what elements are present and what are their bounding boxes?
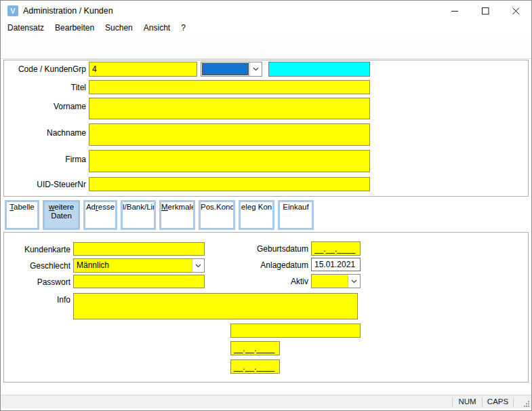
minimize-button[interactable] (440, 1, 470, 21)
app-window: V Administration / Kunden Datensatz Bear… (0, 0, 532, 411)
aktiv-combo-value (312, 275, 348, 288)
firma-input[interactable] (89, 150, 370, 172)
kundengrp-combo-dropdown-button[interactable] (249, 62, 262, 76)
svg-text:V: V (10, 7, 16, 15)
statusbar: NUM CAPS (1, 395, 531, 408)
statusbar-separator (513, 397, 514, 407)
tab-label-part: eitere (54, 203, 74, 211)
tab-beleg-kond[interactable]: eleg Kon (239, 200, 274, 230)
tab-label: Tabelle (7, 203, 37, 212)
menu-datensatz[interactable]: Datensatz (2, 21, 49, 35)
kundengrp-name-field[interactable] (268, 62, 370, 77)
menu-suchen[interactable]: Suchen (100, 21, 138, 35)
vorname-label: Vorname (2, 102, 86, 111)
tab-merkmale[interactable]: Merkmale (159, 200, 195, 230)
tab-label-part: abelle (14, 203, 35, 211)
titlebar: V Administration / Kunden (1, 1, 531, 21)
aktiv-combo[interactable] (311, 274, 361, 288)
chevron-down-icon (195, 264, 201, 268)
tab-label-part: l/Bank/Lin (123, 203, 156, 211)
aktiv-label: Aktiv (224, 277, 308, 286)
tab-label-part: erkmale (168, 203, 195, 211)
tab-adresse[interactable]: Adresse (83, 200, 117, 230)
tab-weitere-daten[interactable]: weitere Daten (43, 200, 80, 230)
vorname-input[interactable] (89, 98, 370, 119)
uid-steuernr-label: UID-SteuerNr (2, 180, 86, 189)
geschlecht-combo-value: Männlich (74, 259, 192, 272)
kundenkarte-input[interactable] (73, 242, 205, 256)
tab-label: l/Bank/Lin (123, 203, 154, 212)
maximize-icon (482, 7, 489, 15)
tab-pos-kond[interactable]: Pos.Kond (199, 200, 235, 230)
tab-label: Einkauf (280, 203, 312, 212)
date-field-2-input[interactable] (230, 359, 280, 374)
geschlecht-label: Geschlecht (2, 261, 70, 271)
tab-einkauf[interactable]: Einkauf (278, 200, 314, 230)
anlagedatum-label: Anlagedatum (224, 260, 308, 270)
kundenkarte-label: Kundenkarte (2, 245, 70, 254)
close-icon (512, 7, 520, 15)
window-title: Administration / Kunden (23, 1, 113, 21)
nachname-input[interactable] (89, 123, 370, 146)
tab-label-line2: Daten (45, 212, 78, 220)
firma-label: Firma (2, 155, 86, 164)
code-kundengrp-label: Code / KundenGrp (2, 64, 86, 74)
resize-grip[interactable] (523, 400, 530, 407)
menubar: Datensatz Bearbeiten Suchen Ansicht ? (1, 21, 531, 35)
minimize-icon (451, 7, 459, 15)
tab-label-part: Pos.Kond (201, 203, 234, 211)
titel-input[interactable] (89, 80, 370, 94)
geburtsdatum-label: Geburtsdatum (224, 244, 308, 254)
tab-label: Merkmale (161, 203, 193, 212)
code-input[interactable] (89, 62, 197, 77)
tab-label-part: Einkauf (283, 203, 308, 211)
toolbar: KundenListe (1, 35, 531, 59)
tab-label-part: eleg Kon (241, 203, 272, 211)
tab-tel-bank-links[interactable]: l/Bank/Lin (121, 200, 156, 230)
caps-lock-indicator: CAPS (483, 397, 513, 406)
tab-label-accel: M (161, 203, 168, 211)
menu-help[interactable]: ? (176, 21, 191, 35)
info-label: Info (2, 295, 70, 305)
tab-label: weitere (45, 203, 78, 212)
aktiv-combo-dropdown-button[interactable] (348, 275, 360, 288)
tab-tabelle[interactable]: Tabelle (5, 200, 39, 230)
tab-label-part: esse (98, 203, 115, 211)
tab-label: Pos.Kond (201, 203, 233, 212)
menu-bearbeiten[interactable]: Bearbeiten (49, 21, 100, 35)
nachname-label: Nachname (2, 128, 86, 138)
chevron-down-icon (253, 67, 259, 71)
passwort-label: Passwort (2, 277, 70, 287)
chevron-down-icon (351, 279, 357, 283)
maximize-button[interactable] (470, 1, 501, 21)
passwort-input[interactable] (73, 275, 205, 288)
info-input[interactable] (73, 293, 358, 319)
geburtsdatum-input[interactable] (311, 241, 361, 256)
close-button[interactable] (501, 1, 531, 21)
tab-label-part: Ad (86, 203, 96, 211)
kundengrp-combo-selection (202, 63, 249, 75)
menu-ansicht[interactable]: Ansicht (138, 21, 176, 35)
app-icon: V (7, 5, 18, 16)
kundengrp-combo[interactable] (201, 62, 262, 77)
window-controls (440, 1, 531, 21)
titel-label: Titel (2, 83, 86, 92)
tab-label: eleg Kon (241, 203, 272, 212)
geschlecht-combo[interactable]: Männlich (73, 258, 205, 273)
anlagedatum-input[interactable] (311, 258, 361, 271)
geschlecht-combo-dropdown-button[interactable] (192, 259, 204, 272)
uid-steuernr-input[interactable] (89, 177, 370, 191)
tab-label: Adresse (85, 203, 115, 212)
date-field-1-input[interactable] (230, 341, 280, 355)
num-lock-indicator: NUM (453, 397, 482, 406)
extra-field-input[interactable] (230, 324, 361, 338)
